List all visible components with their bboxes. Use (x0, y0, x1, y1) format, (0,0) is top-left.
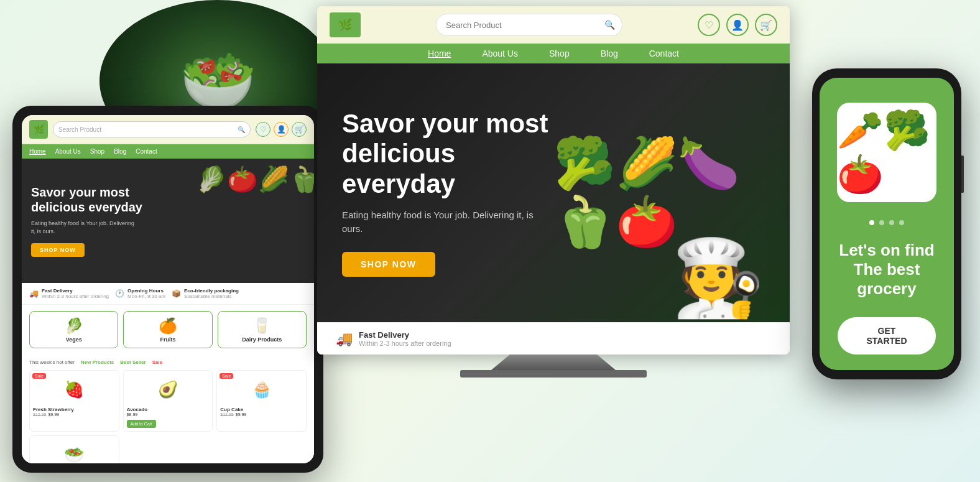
tablet-product-image: 🥑 (127, 374, 210, 405)
tablet-clock-icon: 🕐 (115, 289, 124, 298)
tablet-nav: Home About Us Shop Blog Contact (22, 144, 314, 159)
desktop-header-icons: ♡ 👤 🛒 (698, 14, 777, 36)
tablet-fast-delivery-label: Fast Delivery (42, 288, 109, 294)
phone-dot-1 (869, 220, 874, 225)
desktop-hero-subtitle: Eating healthy food is Your job. Deliver… (342, 208, 541, 236)
tablet-product-name: Avocado (127, 407, 210, 412)
desktop-cart-icon[interactable]: 🛒 (755, 14, 777, 36)
desktop-nav-home[interactable]: Home (428, 49, 451, 58)
tablet-eco-label: Eco-friendly packaging (184, 288, 239, 294)
tablet-eco-packaging: 📦 Eco-friendly packaging Sustainable mat… (172, 288, 239, 299)
tablet-truck-icon: 🚚 (29, 289, 39, 298)
tablet-hero: Savor your most delicious everyday Eatin… (22, 159, 314, 283)
tablet-cart-icon[interactable]: 🛒 (292, 122, 307, 137)
tablet-fruits-label: Fruits (160, 336, 175, 343)
phone-get-started-button[interactable]: GET STARTED (838, 317, 936, 355)
tablet-product-price: $8.99 (127, 412, 210, 417)
tablet-fast-delivery-sub: Within 2-3 hours after ordering (42, 294, 109, 299)
desktop-nav-about[interactable]: About Us (482, 49, 518, 58)
desktop-nav-contact[interactable]: Contact (649, 49, 679, 58)
phone-grocery-emoji: 🥕🥦🍅 (837, 108, 936, 197)
tablet-products-section: This week's hot offer New Products Best … (22, 355, 314, 463)
phone-dot-4 (899, 220, 904, 225)
tablet-product-image: 🍓 (33, 374, 116, 405)
tablet-veges-label: Veges (66, 336, 82, 343)
tablet-wishlist-icon[interactable]: ♡ (256, 122, 270, 137)
tablet-veges-icon: 🥬 (65, 317, 83, 335)
desktop-device: 🌿 🔍 ♡ 👤 🛒 Home About Us Shop Blog Contac… (311, 6, 796, 404)
tablet-best-seller-tab[interactable]: Best Seller (120, 359, 146, 365)
phone-side-button[interactable] (961, 155, 964, 193)
monitor-stand (491, 355, 616, 370)
phone-grocery-image: 🥕🥦🍅 (837, 103, 936, 202)
tablet-add-to-cart-button[interactable]: Add to Cart (127, 420, 156, 428)
monitor-base (460, 370, 647, 378)
tablet-opening-hours: 🕐 Opening Hours Mon-Fri, 9:30 am (115, 288, 165, 299)
tablet-eco-sub: Sustainable materials (184, 294, 239, 299)
phone-device: 🥕🥦🍅 Let's on findThe best grocery GET ST… (812, 68, 961, 379)
tablet-hero-subtitle: Eating healthy food is Your job. Deliver… (31, 220, 137, 235)
tablet-new-products-tab[interactable]: New Products (81, 359, 114, 365)
desktop-delivery-info: Fast Delivery Within 2-3 hours after ord… (359, 330, 451, 347)
tablet-hot-offer-tab[interactable]: This week's hot offer (29, 359, 75, 365)
tablet-search-placeholder: Search Product (58, 126, 101, 133)
tablet-product-badge: Sale (220, 373, 233, 379)
desktop-truck-icon: 🚚 (336, 331, 353, 347)
phone-dot-3 (889, 220, 894, 225)
tablet-device: 🌿 Search Product 🔍 ♡ 👤 🛒 Home About Us S… (12, 106, 323, 473)
tablet-product-old-price: $12.99 (33, 412, 46, 417)
tablet-product-price: $9.99 (48, 412, 59, 417)
desktop-nav-shop[interactable]: Shop (549, 49, 570, 58)
desktop-search-input[interactable] (436, 14, 622, 36)
tablet-shop-now-button[interactable]: SHOP NOW (31, 243, 85, 257)
tablet-product-image: 🥗 (33, 439, 116, 463)
desktop-nav-blog[interactable]: Blog (601, 49, 618, 58)
tablet-product-name: Cup Cake (220, 407, 303, 412)
table-row[interactable]: Sale 🧁 Cup Cake $12.99 $9.99 (216, 370, 307, 432)
tablet-eco-icon: 📦 (172, 289, 181, 298)
desktop-hero: 🥦🌽🍆🫑🍅 Savor your most delicious everyday… (317, 63, 790, 322)
phone-main-title: Let's on findThe best grocery (832, 241, 941, 299)
tablet-hero-title: Savor your most delicious everyday (31, 185, 155, 215)
phone-dots-indicator (869, 220, 904, 225)
tablet-nav-shop[interactable]: Shop (90, 148, 104, 155)
tablet-nav-home[interactable]: Home (29, 148, 46, 155)
desktop-search-wrapper: 🔍 (436, 14, 622, 36)
tablet-product-image: 🧁 (220, 374, 303, 405)
tablet-fruits-icon: 🍊 (159, 317, 177, 335)
desktop-search-icon: 🔍 (604, 20, 615, 30)
desktop-header: 🌿 🔍 ♡ 👤 🛒 (317, 6, 790, 44)
tablet-product-name: Fresh Strawberry (33, 407, 116, 412)
tablet-nav-contact[interactable]: Contact (136, 148, 157, 155)
desktop-shop-now-button[interactable]: SHOP NOW (342, 252, 435, 277)
desktop-logo: 🌿 (330, 12, 361, 37)
tablet-products-tabs: This week's hot offer New Products Best … (29, 359, 307, 365)
table-row[interactable]: Sale 🍓 Fresh Strawberry $12.99 $9.99 (29, 370, 119, 432)
tablet-dairy-label: Dairy Products (242, 336, 282, 343)
tablet-sale-tab[interactable]: Sale (152, 359, 162, 365)
desktop-screen: 🌿 🔍 ♡ 👤 🛒 Home About Us Shop Blog Contac… (317, 6, 790, 355)
tablet-product-price: $9.99 (236, 412, 247, 417)
delivery-man-graphic: 🧑‍🍳 (672, 234, 765, 322)
tablet-nav-about[interactable]: About Us (55, 148, 81, 155)
tablet-header-icons: ♡ 👤 🛒 (256, 122, 307, 137)
tablet-category-fruits[interactable]: 🍊 Fruits (123, 311, 212, 348)
table-row[interactable]: 🥑 Avocado $8.99 Add to Cart (123, 370, 213, 432)
tablet-hours-label: Opening Hours (127, 288, 165, 294)
tablet-search-bar[interactable]: Search Product 🔍 (53, 121, 251, 137)
tablet-category-veges[interactable]: 🥬 Veges (29, 311, 118, 348)
tablet-header: 🌿 Search Product 🔍 ♡ 👤 🛒 (22, 115, 314, 144)
desktop-fast-delivery-sub: Within 2-3 hours after ordering (359, 340, 451, 347)
tablet-nav-blog[interactable]: Blog (114, 148, 126, 155)
tablet-fast-delivery: 🚚 Fast Delivery Within 2-3 hours after o… (29, 288, 109, 299)
table-row[interactable]: 🥗 Weekly Greens Boundle $49.99 $22.99 (29, 435, 119, 463)
tablet-user-icon[interactable]: 👤 (274, 122, 289, 137)
tablet-product-grid: Sale 🍓 Fresh Strawberry $12.99 $9.99 🥑 A… (29, 370, 307, 463)
desktop-wishlist-icon[interactable]: ♡ (698, 14, 720, 36)
tablet-product-old-price: $12.99 (220, 412, 233, 417)
tablet-category-dairy[interactable]: 🥛 Dairy Products (218, 311, 307, 348)
desktop-fast-delivery-label: Fast Delivery (359, 330, 451, 340)
desktop-nav: Home About Us Shop Blog Contact (317, 44, 790, 63)
desktop-hero-title: Savor your most delicious everyday (342, 109, 552, 199)
desktop-user-icon[interactable]: 👤 (726, 14, 749, 36)
